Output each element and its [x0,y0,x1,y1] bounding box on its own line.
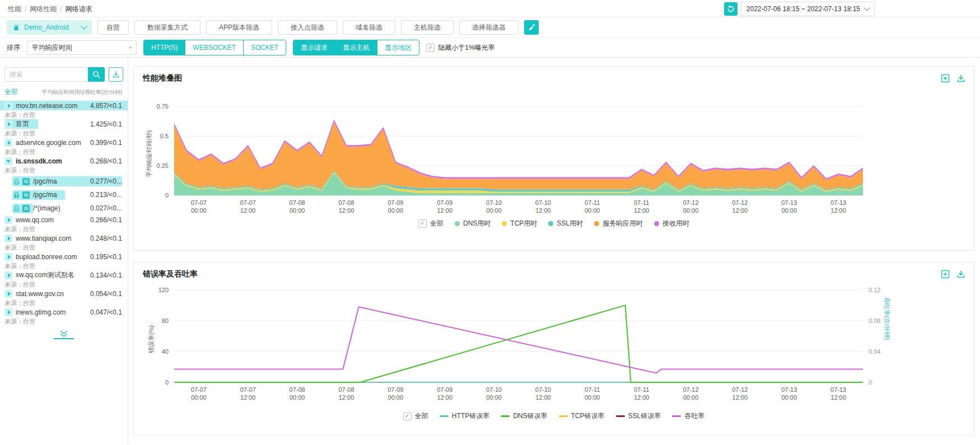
tab-show-requests[interactable]: 显示请求 [293,40,335,55]
self-operated-button[interactable]: 自营 [97,20,129,35]
request-row[interactable]: h2G/pgc/ma0.277/<0... [0,175,128,188]
request-row[interactable]: h2G/*(image)0.027/<0... [0,202,128,215]
access-point-filter-button[interactable]: 接入点筛选 [278,20,337,35]
app-selector[interactable]: Demo_Android [7,20,92,35]
legend-label: DNS用时 [463,219,491,228]
chart-download-button[interactable] [956,269,966,279]
get-method-icon: G [22,191,30,199]
legend-item[interactable]: 服务响应用时 [594,219,643,228]
host-row[interactable]: mov.bn.netease.com4.857/<0.1 [0,101,128,110]
legend-all-label: 全部 [430,219,444,228]
legend-label: 服务响应用时 [603,219,643,228]
legend-item[interactable]: DNS用时 [455,219,491,228]
expand-triangle-icon[interactable] [4,139,12,147]
host-source: 来源：自营 [0,110,128,119]
host-filter-button[interactable]: 主机筛选 [401,20,454,35]
host-row[interactable]: bupload.bonree.com0.195/<0.1 [0,252,128,261]
search-input[interactable] [4,67,88,82]
sidebar-download-button[interactable] [109,67,123,82]
x-axis-tick-label: 07-0800:00 [290,199,305,214]
http2-lock-icon: h2 [13,178,20,185]
tab-show-hosts[interactable]: 显示主机 [335,40,377,55]
legend-item[interactable]: TCP用时 [502,219,537,228]
host-name: www.qq.com [16,216,54,224]
expand-triangle-icon[interactable] [4,102,12,110]
host-row[interactable]: xw.qq.com测试别名0.134/<0.1 [0,270,128,280]
app-version-filter-button[interactable]: APP版本筛选 [206,20,272,35]
all-filter-link[interactable]: 全部 [4,87,18,97]
get-method-icon: G [22,205,30,212]
expand-triangle-icon[interactable] [4,235,12,242]
hide-small-exposure-label: 隐藏小于1%曝光率 [438,43,494,53]
tab-socket[interactable]: SOCKET [244,40,286,55]
checkbox-checked-icon [426,44,435,52]
host-row[interactable]: stat.www.gov.cn0.054/<0.1 [0,289,128,298]
host-list: mov.bn.netease.com4.857/<0.1来源：自营首页1.425… [0,101,128,326]
host-source: 来源：自营 [0,166,128,175]
filter-picker-button[interactable]: 选择筛选器 [459,20,519,35]
breadcrumb-performance[interactable]: 性能 [8,5,21,13]
refresh-button[interactable] [724,2,738,16]
network-request-page: 性能/网络性能/网络请求 2022-07-06 18:15 ~ 2022-07-… [0,0,980,445]
legend-item[interactable]: TCP错误率 [559,411,605,421]
request-row[interactable]: 1G/pgc/ma0.213/<0... [0,188,128,202]
collapse-triangle-icon[interactable] [4,157,12,165]
search-button[interactable] [88,67,105,82]
y-axis-tick: 0.75 [134,103,169,110]
enlarge-button[interactable] [940,73,950,83]
x-axis-tick-label: 07-0912:00 [437,386,452,401]
x-axis-tick-label: 07-0812:00 [338,199,354,214]
panel-actions [940,73,966,83]
legend-toggle-all[interactable]: 全部 [418,219,444,228]
x-axis-tick-label: 07-0900:00 [388,199,403,214]
clear-filters-button[interactable] [524,20,539,35]
sort-toolbar: 排序 平均响应时间 ▾ HTTP(S) WEBSOCKET SOCKET 显示请… [0,38,980,58]
x-axis-tick-label: 07-0812:00 [338,386,354,401]
expand-more-button[interactable] [54,331,74,339]
host-row[interactable]: is.snssdk.com0.268/<0.1 [0,156,128,166]
data-collection-mode-button[interactable]: 数据采集方式 [134,20,200,35]
host-row[interactable]: www.tianqiapi.com0.248/<0.1 [0,233,128,243]
tab-show-regions[interactable]: 显示地区 [377,40,419,55]
sort-select[interactable]: 平均响应时间 ▾ [27,40,137,55]
expand-triangle-icon[interactable] [4,216,12,224]
tab-https[interactable]: HTTP(S) [144,40,185,55]
date-range-picker[interactable]: 2022-07-06 18:15 ~ 2022-07-13 18:15 [741,2,875,16]
host-row[interactable]: 首页1.425/<0.1 [0,119,128,129]
legend-line-icon [501,415,510,417]
host-row[interactable]: www.qq.com0.266/<0.1 [0,215,128,224]
legend-line-icon [672,415,681,417]
tab-websocket[interactable]: WEBSOCKET [185,40,244,55]
legend-item[interactable]: 吞吐率 [672,411,704,421]
expand-triangle-icon[interactable] [4,290,12,298]
expand-triangle-icon[interactable] [4,253,12,261]
enlarge-button[interactable] [940,269,950,279]
host-row[interactable]: inews.gtimg.com0.047/<0.1 [0,307,128,317]
breadcrumb: 性能/网络性能/网络请求 [8,4,92,14]
error-throughput-chart[interactable] [174,286,863,383]
domain-filter-button[interactable]: 域名筛选 [343,20,395,35]
legend-item[interactable]: SSL错误率 [616,411,661,421]
y-axis-tick: 120 [134,287,169,293]
host-row[interactable]: adservice.google.com0.399/<0.1 [0,138,128,147]
legend-dot-icon [502,221,507,226]
legend-item[interactable]: DNS错误率 [501,411,547,421]
hide-small-exposure-checkbox[interactable]: 隐藏小于1%曝光率 [426,43,494,53]
expand-triangle-icon[interactable] [4,271,12,279]
legend-item[interactable]: HTTP错误率 [440,411,489,421]
host-name-wrap: inews.gtimg.com [4,308,66,316]
host-metric-value: 1.425/<0.1 [87,120,122,128]
request-metric-value: 0.277/<0... [87,177,122,185]
legend-item[interactable]: SSL用时 [548,219,583,228]
expand-triangle-icon[interactable] [4,308,12,316]
legend-item[interactable]: 接收用时 [654,219,689,228]
legend-label: 接收用时 [662,219,689,228]
breadcrumb-network-performance[interactable]: 网络性能 [30,5,57,13]
expand-triangle-icon[interactable] [4,120,12,128]
chart-download-button[interactable] [956,73,966,83]
y-axis-title-right: 吞吐率(次/分钟) [883,297,891,340]
y-axis-tick: 80 [134,317,169,324]
legend-toggle-all[interactable]: 全部 [403,411,428,421]
x-axis-tick-label: 07-1200:00 [683,386,698,401]
performance-stack-chart[interactable] [174,95,863,196]
